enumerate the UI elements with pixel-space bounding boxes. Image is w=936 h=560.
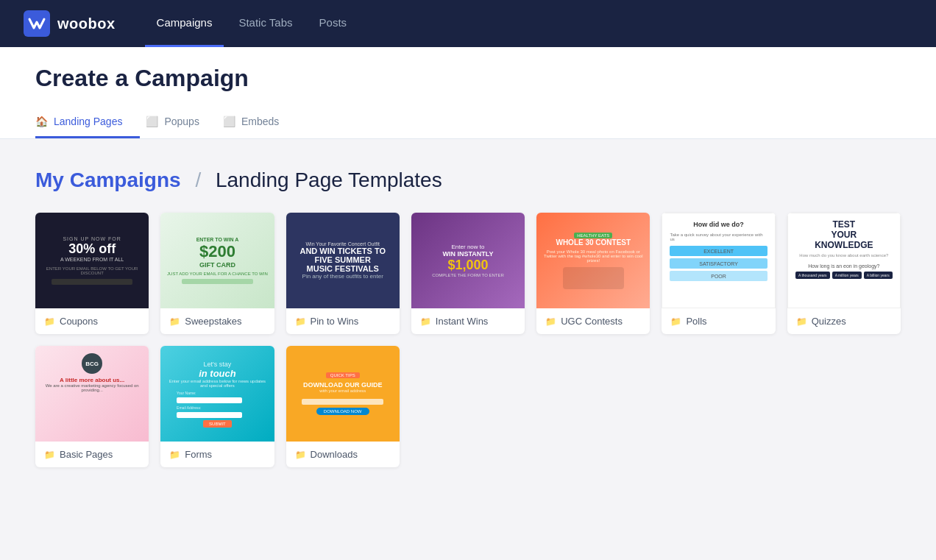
forms-folder-icon: 📁 (169, 450, 180, 460)
tabs-row: 🏠 Landing Pages ⬜ Popups ⬜ Embeds (35, 107, 901, 138)
tab-landing-pages[interactable]: 🏠 Landing Pages (35, 107, 140, 138)
quizzes-label: 📁 Quizzes (787, 308, 901, 334)
ugc-contests-label: 📁 UGC Contests (536, 308, 650, 334)
nav-static-tabs[interactable]: Static Tabs (227, 0, 304, 47)
sweepstakes-thumbnail: ENTER TO WIN A $200 GIFT CARD JUST ADD Y… (160, 213, 274, 308)
nav-links: Campaigns Static Tabs Posts (145, 0, 359, 47)
my-campaigns-link[interactable]: My Campaigns (35, 169, 181, 191)
template-polls[interactable]: How did we do? Take a quick survey about… (662, 213, 775, 334)
sweepstakes-label: 📁 Sweepstakes (160, 308, 274, 334)
woobox-logo-icon (24, 10, 50, 37)
quizzes-thumbnail: TESTYOURKNOWLEDGE How much do you know a… (787, 213, 901, 308)
coupons-thumbnail: SIGN UP NOW FOR 30% off A WEEKEND FROM I… (35, 213, 149, 308)
popups-tab-icon: ⬜ (146, 116, 158, 127)
template-grid-row2: BCG A little more about us... We are a c… (35, 346, 901, 467)
brand-name: woobox (57, 15, 116, 32)
instant-wins-folder-icon: 📁 (420, 316, 431, 327)
heading-separator: / (195, 169, 201, 191)
landing-page-templates-label: Landing Page Templates (216, 169, 442, 191)
pin-to-wins-label: 📁 Pin to Wins (286, 308, 400, 334)
ugc-contests-folder-icon: 📁 (545, 316, 556, 327)
polls-label: 📁 Polls (662, 308, 775, 334)
nav-posts[interactable]: Posts (308, 0, 359, 47)
template-coupons[interactable]: SIGN UP NOW FOR 30% off A WEEKEND FROM I… (35, 213, 149, 334)
brand-logo-link[interactable]: woobox (24, 10, 116, 37)
main-content: My Campaigns / Landing Page Templates SI… (0, 139, 936, 497)
template-forms[interactable]: Let's stay in touch Enter your email add… (160, 346, 274, 467)
navbar: woobox Campaigns Static Tabs Posts (0, 0, 936, 47)
sweepstakes-folder-icon: 📁 (169, 316, 180, 327)
polls-thumbnail: How did we do? Take a quick survey about… (662, 213, 775, 308)
landing-pages-tab-icon: 🏠 (35, 116, 48, 127)
tab-embeds[interactable]: ⬜ Embeds (223, 107, 297, 138)
page-title: Create a Campaign (35, 65, 901, 92)
template-grid-row1: SIGN UP NOW FOR 30% off A WEEKEND FROM I… (35, 213, 901, 334)
coupons-label: 📁 Coupons (35, 308, 149, 334)
instant-wins-label: 📁 Instant Wins (411, 308, 525, 334)
template-basic-pages[interactable]: BCG A little more about us... We are a c… (35, 346, 149, 467)
nav-campaigns[interactable]: Campaigns (145, 0, 224, 47)
template-quizzes[interactable]: TESTYOURKNOWLEDGE How much do you know a… (787, 213, 901, 334)
embeds-tab-icon: ⬜ (223, 116, 235, 127)
instant-wins-thumbnail: Enter now to WIN INSTANTLY $1,000 COMPLE… (411, 213, 525, 308)
template-ugc-contests[interactable]: HEALTHY EATS WHOLE 30 CONTEST Post your … (536, 213, 650, 334)
pin-to-wins-thumbnail: Win Your Favorite Concert Outfit AND WIN… (286, 213, 400, 308)
template-pin-to-wins[interactable]: Win Your Favorite Concert Outfit AND WIN… (286, 213, 400, 334)
downloads-label: 📁 Downloads (286, 442, 400, 467)
basic-pages-label: 📁 Basic Pages (35, 442, 149, 467)
tab-popups[interactable]: ⬜ Popups (146, 107, 216, 138)
quizzes-folder-icon: 📁 (796, 316, 807, 327)
basic-pages-thumbnail: BCG A little more about us... We are a c… (35, 346, 149, 442)
downloads-folder-icon: 📁 (295, 450, 306, 460)
downloads-thumbnail: QUICK TIPS Download Our Guide with your … (286, 346, 400, 442)
page-header: Create a Campaign 🏠 Landing Pages ⬜ Popu… (0, 47, 936, 139)
ugc-contests-thumbnail: HEALTHY EATS WHOLE 30 CONTEST Post your … (536, 213, 650, 308)
forms-label: 📁 Forms (160, 442, 274, 467)
coupons-folder-icon: 📁 (44, 316, 55, 327)
template-instant-wins[interactable]: Enter now to WIN INSTANTLY $1,000 COMPLE… (411, 213, 525, 334)
pin-to-wins-folder-icon: 📁 (295, 316, 306, 327)
basic-pages-folder-icon: 📁 (44, 450, 55, 460)
template-sweepstakes[interactable]: ENTER TO WIN A $200 GIFT CARD JUST ADD Y… (160, 213, 274, 334)
forms-thumbnail: Let's stay in touch Enter your email add… (160, 346, 274, 442)
template-downloads[interactable]: QUICK TIPS Download Our Guide with your … (286, 346, 400, 467)
section-heading: My Campaigns / Landing Page Templates (35, 169, 901, 192)
polls-folder-icon: 📁 (670, 316, 681, 327)
